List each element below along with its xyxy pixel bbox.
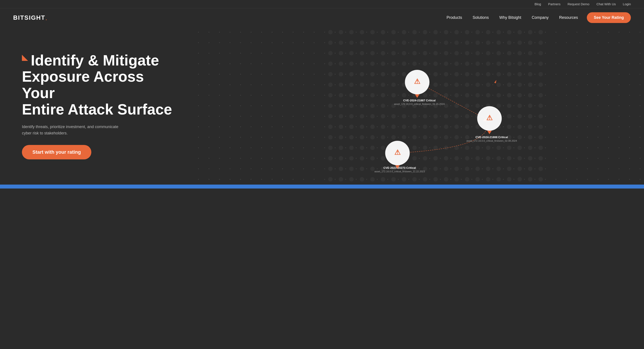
main-nav: BITSIGHT. Products Solutions Why Bitsigh… <box>0 8 644 27</box>
request-demo-link[interactable]: Request Demo <box>568 2 590 6</box>
hero-subtitle: Identify threats, prioritize investment,… <box>22 124 127 136</box>
nav-links: Products Solutions Why Bitsight Company … <box>446 15 578 20</box>
hero-title: Identify & Mitigate Exposure Across Your… <box>22 52 172 118</box>
cve-visualization: ⚠ CVE-2024-21887 Critical asset_172.16.0… <box>226 27 644 185</box>
svg-text:⚠: ⚠ <box>414 77 420 85</box>
svg-text:CVE-2024-21888 Critical: CVE-2024-21888 Critical <box>475 135 508 139</box>
nav-why-bitsight[interactable]: Why Bitsight <box>500 15 521 20</box>
svg-text:CVE-2024-21887 Critical: CVE-2024-21887 Critical <box>403 99 436 102</box>
hero-content: Identify & Mitigate Exposure Across Your… <box>22 52 175 160</box>
nav-company[interactable]: Company <box>532 15 549 20</box>
hero-title-wrapper: Identify & Mitigate Exposure Across Your… <box>22 52 175 118</box>
top-bar: Blog Partners Request Demo Chat With Us … <box>0 0 644 8</box>
partners-link[interactable]: Partners <box>548 2 560 6</box>
svg-text:asset_172.16.0.0_critical_firs: asset_172.16.0.0_critical_firstseen_01.1… <box>394 103 445 105</box>
svg-rect-1 <box>325 27 544 185</box>
blog-link[interactable]: Blog <box>534 2 541 6</box>
svg-text:asset_172.16.0.0_critical_firs: asset_172.16.0.0_critical_firstseen_11.2… <box>374 170 425 173</box>
hero-section: ⚠ CVE-2024-21887 Critical asset_172.16.0… <box>0 27 644 185</box>
svg-text:⚠: ⚠ <box>394 148 401 156</box>
logo-text: BITSIGHT <box>13 14 45 21</box>
start-with-your-rating-button[interactable]: Start with your rating <box>22 145 91 159</box>
accent-triangle <box>22 55 28 61</box>
svg-text:CVE-2023-20273 Critical: CVE-2023-20273 Critical <box>383 166 416 169</box>
nav-resources[interactable]: Resources <box>559 15 578 20</box>
logo-dot: . <box>45 14 47 21</box>
nav-products[interactable]: Products <box>446 15 462 20</box>
nav-solutions[interactable]: Solutions <box>472 15 489 20</box>
logo[interactable]: BITSIGHT. <box>13 14 47 21</box>
svg-text:⚠: ⚠ <box>486 114 493 122</box>
see-your-rating-button[interactable]: See Your Rating <box>587 12 631 23</box>
chat-with-us-link[interactable]: Chat With Us <box>596 2 616 6</box>
bottom-accent-bar <box>0 185 644 189</box>
login-link[interactable]: Login <box>623 2 631 6</box>
svg-text:asset_172.16.0.0_critical_firs: asset_172.16.0.0_critical_firstseen_02.0… <box>466 139 517 142</box>
